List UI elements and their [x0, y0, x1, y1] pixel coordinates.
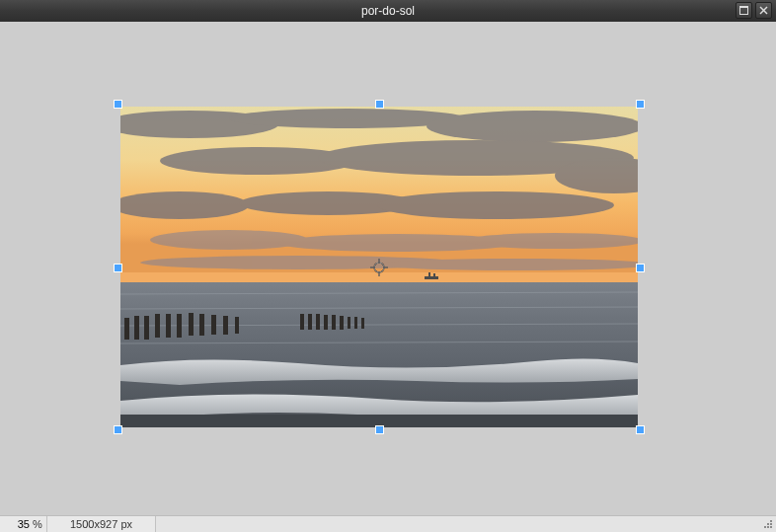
- handle-bottom-left[interactable]: [114, 425, 122, 434]
- svg-rect-20: [425, 276, 438, 279]
- titlebar: por-do-sol: [0, 0, 776, 22]
- svg-rect-30: [144, 316, 149, 340]
- svg-rect-34: [189, 313, 194, 336]
- svg-rect-41: [316, 314, 320, 330]
- handle-mid-right[interactable]: [636, 264, 645, 272]
- svg-rect-44: [340, 316, 344, 330]
- svg-rect-22: [433, 273, 435, 276]
- workspace[interactable]: [0, 22, 776, 515]
- svg-rect-46: [354, 317, 357, 329]
- zoom-input[interactable]: [6, 518, 30, 530]
- handle-top-mid[interactable]: [375, 100, 384, 109]
- status-spacer: [156, 516, 760, 532]
- svg-rect-35: [199, 314, 204, 336]
- pivot-icon: [370, 259, 388, 276]
- handle-mid-left[interactable]: [114, 264, 122, 272]
- window-controls: [736, 2, 772, 19]
- svg-rect-59: [770, 520, 772, 522]
- handle-top-left[interactable]: [114, 100, 122, 109]
- svg-rect-43: [332, 315, 336, 330]
- handle-top-right[interactable]: [636, 100, 645, 109]
- close-icon: [759, 6, 768, 15]
- maximize-button[interactable]: [736, 2, 752, 19]
- svg-rect-29: [134, 316, 139, 340]
- zoom-field[interactable]: %: [0, 516, 47, 532]
- svg-point-16: [466, 233, 638, 249]
- window-title: por-do-sol: [0, 4, 776, 18]
- svg-rect-33: [177, 314, 182, 338]
- svg-rect-39: [300, 314, 304, 330]
- svg-rect-47: [361, 318, 364, 329]
- svg-point-50: [374, 263, 384, 272]
- svg-rect-38: [235, 317, 239, 334]
- svg-rect-36: [211, 315, 216, 335]
- transform-pivot[interactable]: [370, 259, 388, 276]
- statusbar: % 1500x927 px: [0, 515, 776, 532]
- svg-rect-61: [770, 523, 772, 525]
- close-button[interactable]: [755, 2, 772, 19]
- svg-rect-31: [155, 314, 160, 338]
- dimensions-label: 1500x927 px: [47, 516, 156, 532]
- svg-point-14: [150, 230, 308, 250]
- resize-grip[interactable]: [760, 516, 776, 532]
- svg-point-12: [377, 191, 614, 219]
- svg-rect-37: [223, 316, 228, 335]
- svg-rect-32: [166, 314, 171, 338]
- zoom-unit: %: [33, 518, 42, 530]
- handle-bottom-mid[interactable]: [375, 425, 384, 434]
- svg-rect-45: [348, 317, 350, 329]
- svg-point-7: [427, 111, 638, 142]
- svg-rect-28: [124, 318, 129, 340]
- svg-rect-60: [767, 523, 769, 525]
- svg-rect-40: [308, 314, 312, 330]
- svg-rect-62: [764, 526, 766, 528]
- svg-rect-42: [324, 315, 328, 330]
- resize-grip-icon: [762, 518, 774, 530]
- svg-rect-64: [770, 526, 772, 528]
- handle-bottom-right[interactable]: [636, 425, 645, 434]
- maximize-icon: [739, 6, 748, 15]
- svg-rect-21: [428, 272, 430, 276]
- svg-rect-63: [767, 526, 769, 528]
